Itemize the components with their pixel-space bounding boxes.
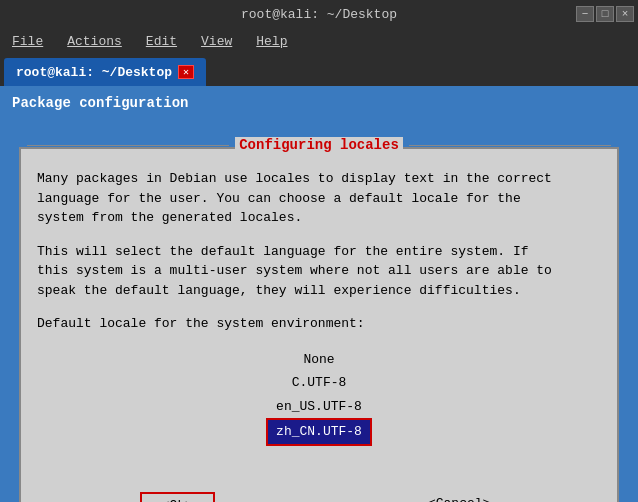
app-window: root@kali: ~/Desktop − □ × File Actions … [0,0,638,502]
pkg-config-title: Package configuration [12,95,188,111]
locale-enus[interactable]: en_US.UTF-8 [276,395,362,418]
minimize-button[interactable]: − [576,6,594,22]
locale-label: Default locale for the system environmen… [37,314,601,334]
menu-actions[interactable]: Actions [59,32,130,51]
tab-bar: root@kali: ~/Desktop ✕ [0,54,638,86]
main-content: Configuring locales Many packages in Deb… [0,120,638,502]
dialog-paragraph-1: Many packages in Debian use locales to d… [37,169,601,228]
locale-cutf8[interactable]: C.UTF-8 [292,371,347,394]
menu-file[interactable]: File [4,32,51,51]
tab-label: root@kali: ~/Desktop [16,65,172,80]
menu-help[interactable]: Help [248,32,295,51]
title-bar: root@kali: ~/Desktop − □ × [0,0,638,28]
dialog-paragraph-2: This will select the default language fo… [37,242,601,301]
ok-button[interactable]: <Ok> [140,492,215,502]
dialog-box: Configuring locales Many packages in Deb… [19,147,619,502]
menu-view[interactable]: View [193,32,240,51]
menu-bar: File Actions Edit View Help [0,28,638,54]
dialog-body: Many packages in Debian use locales to d… [21,149,617,481]
window-controls: − □ × [576,6,634,22]
title-line-left [27,145,229,146]
menu-edit[interactable]: Edit [138,32,185,51]
window-title: root@kali: ~/Desktop [241,7,397,22]
cancel-button[interactable]: <Cancel> [420,492,498,502]
dialog-buttons: <Ok> <Cancel> [21,482,617,502]
locale-list: None C.UTF-8 en_US.UTF-8 zh_CN.UTF-8 [37,348,601,446]
locale-zhcn[interactable]: zh_CN.UTF-8 [266,418,372,445]
dialog-title-bar: Configuring locales [21,137,617,153]
maximize-button[interactable]: □ [596,6,614,22]
close-button[interactable]: × [616,6,634,22]
title-line-right [409,145,611,146]
dialog-title: Configuring locales [235,137,403,153]
tab-desktop[interactable]: root@kali: ~/Desktop ✕ [4,58,206,86]
pkg-config-bar: Package configuration [0,86,638,120]
tab-close-button[interactable]: ✕ [178,65,194,79]
locale-none[interactable]: None [303,348,334,371]
